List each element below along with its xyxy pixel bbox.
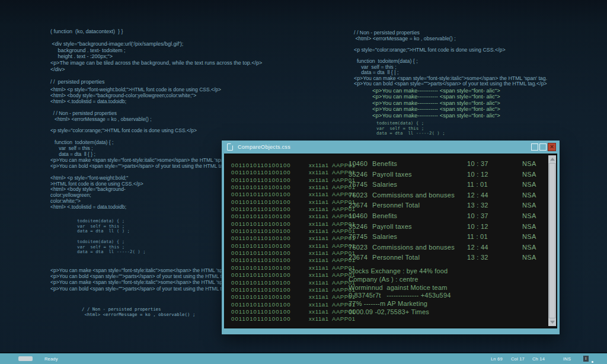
amount: 35246 [349,171,368,178]
binary-row: 0011010110100100xx11a1AAPP01 [231,169,356,176]
binary-row: 0011010110100100xx11a1AAPP01 [231,293,356,301]
financial-block-2: 10460 Benefits 10 : 37 NSA 35246 Payroll… [349,212,545,264]
status-info-box: i [583,356,589,362]
binary-row: 0011010110100100xx11a1AAPP01 [231,308,356,315]
window-title: CompareObjects.css [238,144,290,150]
financial-row: 35246 Payroll taxes 10 : 12 NSA [349,171,545,181]
financial-row: 10460 Benefits 10 : 37 NSA [349,212,545,223]
binary-row: 0011010110100100xx11a1AAPP01 [231,301,356,308]
maximize-button[interactable] [539,143,547,151]
category-label: Payroll taxes [372,171,412,178]
binary-row: 0011010110100100xx11a1AAPP01 [231,162,356,169]
flag: NSA [522,244,536,251]
amount: 23674 [349,202,368,209]
status-line-indicator: Ln 69 [491,356,503,362]
binary-row: 0011010110100100xx11a1AAPP01 [231,221,356,228]
binary-row: 0011010110100100xx11a1AAPP01 [231,199,356,206]
binary-row: 0011010110100100xx11a1AAPP01 [231,242,356,250]
status-insert-mode-indicator: INS [563,356,571,362]
flag: NSA [522,191,536,199]
flag: NSA [522,233,536,240]
binary-row: 0011010110100100xx11a1AAPP01 [231,272,356,279]
amount: 10460 [349,212,368,219]
financial-row: 76023 Commissions and bonuses 12 : 44 NS… [349,244,545,254]
scroll-up-arrow-icon[interactable] [548,155,556,163]
binary-row: 0011010110100100xx11a1AAPP01 [231,235,356,242]
financial-row: 76023 Commissions and bonuses 12 : 44 NS… [349,191,545,202]
binary-row: 0011010110100100xx11a1AAPP01 [231,191,356,198]
financial-row: 76745 Salaries 11 : 01 NSA [349,181,545,191]
time: 10 : 37 [467,212,488,219]
financial-row: 10460 Benefits 10 : 37 NSA [349,160,545,171]
close-button[interactable]: × [548,143,556,151]
category-label: Salaries [372,233,397,240]
status-badge [18,356,33,361]
time: 10 : 12 [467,223,488,230]
vertical-scrollbar[interactable] [548,155,556,326]
background-code-mono-bottom-left: / / Non - persisted properties <html> <e… [82,307,195,317]
binary-row: 0011010110100100xx11a1AAPP01 [231,279,356,286]
binary-row: 0011010110100100xx11a1AAPP01 [231,264,356,272]
background-code-mono-left: todoitem(data) { ; var self = this ; dat… [77,219,146,255]
binary-row: 0011010110100100xx11a1AAPP01 [231,257,356,264]
financial-row: 76745 Salaries 11 : 01 NSA [349,233,545,244]
amount: 76745 [349,233,368,240]
financial-row: 23674 Personnel Total 13 : 32 NSA [349,202,545,212]
time: 12 : 44 [467,244,488,251]
category-label: Payroll taxes [372,223,412,230]
flag: NSA [522,181,536,188]
status-character-indicator: Ch 14 [532,356,545,362]
category-label: Commissions and bonuses [372,244,455,251]
background-code-block-top-right: / / Non - persisted properties <html> <e… [354,30,547,87]
window-titlebar[interactable]: CompareObjects.css × [222,141,560,154]
binary-row: 0011010110100100xx11a1AAPP01 [231,177,356,184]
amount: 76023 [349,244,368,251]
time: 13 : 32 [467,254,488,261]
category-label: Personnel Total [372,202,420,209]
time: 13 : 32 [467,202,488,209]
background-code-block-bottom-left: <p>You can make <span style="font-style:… [50,267,239,292]
scrollbar-thumb[interactable] [549,163,555,318]
flag: NSA [522,223,536,230]
background-code-green-lines: <p>You can make----------- <span style="… [372,88,500,119]
amount: 23674 [349,254,368,261]
flag: NSA [522,160,536,167]
window-compareobjects: CompareObjects.css × 0011010110100100xx1… [222,141,560,334]
binary-row: 0011010110100100xx11a1AAPP01 [231,315,356,323]
flag: NSA [522,202,536,209]
category-label: Benefits [372,160,397,167]
binary-column: 0011010110100100xx11a1AAPP01001101011010… [231,162,356,323]
binary-row: 0011010110100100xx11a1AAPP01 [231,286,356,293]
time: 10 : 12 [467,171,488,178]
amount: 76023 [349,191,368,199]
amount: 10460 [349,160,368,167]
flag: NSA [522,212,536,219]
background-code-block-top-left-2: <html> <p style="font-weight:bold;">HTML… [50,87,237,210]
scroll-down-arrow-icon[interactable] [548,318,556,326]
category-label: Salaries [372,181,397,188]
window-controls: × [531,143,556,151]
financial-block-1: 10460 Benefits 10 : 37 NSA 35246 Payroll… [349,160,545,212]
binary-row: 0011010110100100xx11a1AAPP01 [231,184,356,191]
background-code-block-top-left-1: ( function (ko, datacontext) } } <div st… [50,28,262,85]
financial-row: 35246 Payroll taxes 10 : 12 NSA [349,223,545,234]
stocks-text-block: Stocks Exchange : bye 44% food Company (… [349,267,451,317]
document-icon [227,143,233,151]
flag: NSA [522,171,536,178]
desktop: ( function (ko, datacontext) } } <div st… [0,0,607,364]
time: 11 : 01 [467,233,488,240]
status-bar: Ready Ln 69 Col 17 Ch 14 INS i [0,353,607,364]
financial-row: 23674 Personnel Total 13 : 32 NSA [349,254,545,264]
time: 12 : 44 [467,191,488,199]
category-label: Commissions and bonuses [372,191,455,199]
minimize-button[interactable] [531,143,538,151]
status-ready-label: Ready [44,356,58,362]
background-code-mono-top-right: todoitem(data) { ; var self = this ; dat… [376,121,445,136]
flag: NSA [522,254,536,261]
time: 10 : 37 [467,160,488,167]
binary-row: 0011010110100100xx11a1AAPP01 [231,228,356,235]
time: 11 : 01 [467,181,488,188]
category-label: Benefits [372,212,397,219]
status-column-indicator: Col 17 [511,356,525,362]
category-label: Personnel Total [372,254,420,261]
